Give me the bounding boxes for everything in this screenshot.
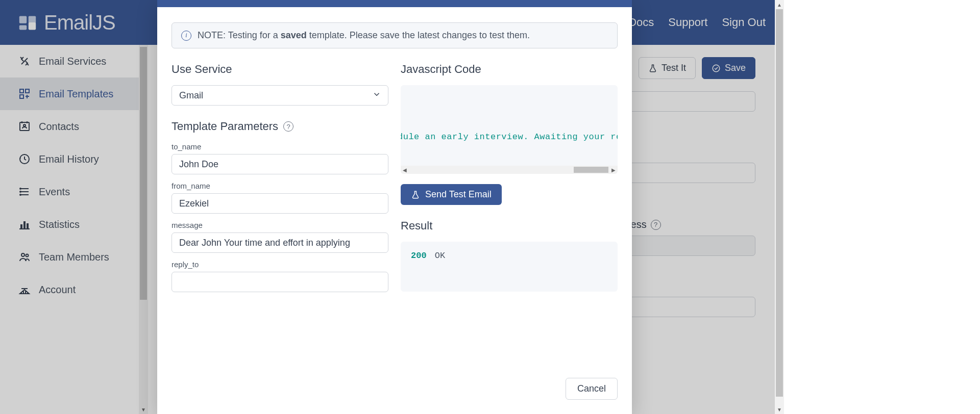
test-email-modal: i NOTE: Testing for a saved template. Pl… [157,0,632,414]
flask-icon [411,190,420,199]
result-title: Result [401,219,618,232]
send-test-email-button[interactable]: Send Test Email [401,184,502,205]
from-name-input[interactable] [172,193,388,214]
param-label-from-name: from_name [172,182,388,190]
use-service-title: Use Service [172,63,388,76]
result-status-code: 200 [411,251,427,261]
template-params-title: Template Parameters ? [172,120,388,133]
to-name-input[interactable] [172,154,388,174]
result-box: 200 OK [401,242,618,292]
reply-to-input[interactable] [172,272,388,292]
modal-titlebar [157,0,632,7]
note-banner: i NOTE: Testing for a saved template. Pl… [172,22,618,48]
result-status-text: OK [435,251,445,261]
info-icon: i [181,31,191,41]
param-label-reply-to: reply_to [172,260,388,269]
left-column: Use Service Gmail Template Parameters ? … [172,63,388,292]
modal-footer: Cancel [157,368,632,414]
param-label-message: message [172,221,388,229]
js-code-title: Javascript Code [401,63,618,76]
cancel-button[interactable]: Cancel [566,378,618,400]
code-text: dule an early interview. Awaiting your r… [401,132,618,142]
scroll-left-icon[interactable]: ◀ [401,166,409,174]
code-preview[interactable]: dule an early interview. Awaiting your r… [401,85,618,174]
note-text: NOTE: Testing for a saved template. Plea… [198,30,530,41]
page-scrollbar[interactable]: ▲ ▼ [775,0,784,414]
service-select[interactable]: Gmail [172,85,388,106]
scroll-right-icon[interactable]: ▶ [609,166,618,174]
help-icon[interactable]: ? [283,121,293,132]
code-horizontal-scrollbar[interactable]: ◀ ▶ [401,166,618,174]
param-label-to-name: to_name [172,142,388,151]
message-input[interactable] [172,232,388,253]
right-column: Javascript Code dule an early interview.… [401,63,618,292]
